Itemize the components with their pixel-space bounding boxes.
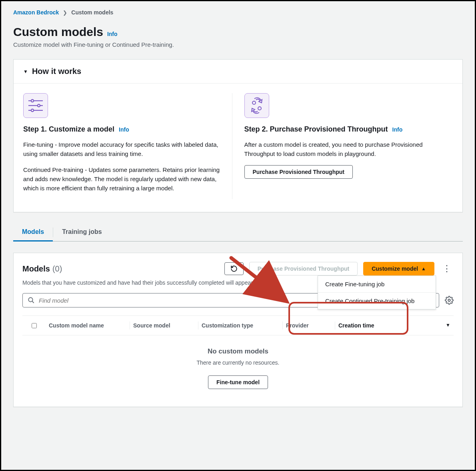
gears-cycle-icon bbox=[244, 93, 269, 118]
fine-tune-model-button[interactable]: Fine-tune model bbox=[208, 375, 268, 389]
page-info-link[interactable]: Info bbox=[107, 31, 118, 37]
how-it-works-header[interactable]: ▼ How it works bbox=[14, 60, 462, 83]
create-fine-tuning-job-item[interactable]: Create Fine-tuning job bbox=[318, 276, 436, 292]
how-it-works-panel: ▼ How it works Step 1. Customize a model… bbox=[13, 59, 463, 212]
create-continued-pretraining-job-item[interactable]: Create Continued Pre-training job bbox=[318, 292, 436, 309]
svg-point-13 bbox=[448, 299, 450, 302]
step-2-info-link[interactable]: Info bbox=[392, 126, 403, 133]
col-customization-type[interactable]: Customization type bbox=[198, 322, 282, 329]
customize-model-button[interactable]: Customize model ▲ bbox=[363, 262, 434, 275]
table-empty-state: No custom models There are currently no … bbox=[22, 335, 454, 403]
svg-point-9 bbox=[252, 101, 256, 104]
chevron-right-icon: ❯ bbox=[63, 10, 67, 16]
svg-point-4 bbox=[38, 104, 40, 107]
refresh-button[interactable] bbox=[224, 262, 244, 275]
step-1-desc-2: Continued Pre-training - Updates some pa… bbox=[23, 165, 222, 193]
empty-subtitle: There are currently no resources. bbox=[22, 359, 454, 366]
models-panel: Models (0) Purchase Provisioned Throughp… bbox=[13, 253, 463, 407]
sliders-icon bbox=[23, 93, 48, 118]
more-actions-icon[interactable]: ⋮ bbox=[440, 264, 454, 273]
customize-model-dropdown: Create Fine-tuning job Create Continued … bbox=[318, 275, 436, 309]
empty-title: No custom models bbox=[22, 347, 454, 355]
step-2: Step 2. Purchase Provisioned Throughput … bbox=[232, 93, 453, 199]
gear-icon[interactable] bbox=[445, 296, 454, 305]
table-header-row: Custom model name Source model Customiza… bbox=[22, 315, 454, 335]
page-subtitle: Customize model with Fine-tuning or Cont… bbox=[13, 41, 463, 48]
col-source-model[interactable]: Source model bbox=[130, 322, 198, 329]
col-creation-time[interactable]: Creation time ▼ bbox=[335, 322, 454, 329]
step-1-info-link[interactable]: Info bbox=[119, 126, 129, 133]
svg-point-1 bbox=[31, 100, 34, 102]
how-it-works-title: How it works bbox=[32, 67, 81, 76]
tab-training-jobs[interactable]: Training jobs bbox=[53, 224, 111, 241]
step-1-desc-1: Fine-tuning - Improve model accuracy for… bbox=[23, 140, 222, 159]
col-custom-model-name[interactable]: Custom model name bbox=[46, 322, 130, 329]
breadcrumb-parent[interactable]: Amazon Bedrock bbox=[13, 9, 59, 16]
step-2-title: Step 2. Purchase Provisioned Throughput bbox=[244, 125, 388, 133]
sort-desc-icon: ▼ bbox=[446, 322, 450, 329]
models-count: (0) bbox=[52, 264, 62, 273]
svg-point-10 bbox=[258, 107, 261, 110]
breadcrumb-current: Custom models bbox=[71, 9, 113, 16]
caret-down-icon: ▼ bbox=[23, 69, 28, 74]
refresh-icon bbox=[230, 265, 238, 272]
step-1-title: Step 1. Customize a model bbox=[23, 125, 114, 133]
step-1: Step 1. Customize a model Info Fine-tuni… bbox=[23, 93, 232, 199]
breadcrumb: Amazon Bedrock ❯ Custom models bbox=[13, 9, 463, 16]
svg-point-11 bbox=[28, 298, 33, 302]
chevron-up-icon: ▲ bbox=[421, 266, 426, 271]
page-title: Custom models bbox=[13, 25, 103, 39]
step-2-desc: After a custom model is created, you nee… bbox=[244, 140, 444, 159]
select-all-checkbox[interactable] bbox=[32, 323, 37, 328]
purchase-throughput-button-disabled: Purchase Provisioned Throughput bbox=[249, 262, 358, 275]
tab-models[interactable]: Models bbox=[13, 224, 53, 241]
col-provider[interactable]: Provider bbox=[283, 322, 335, 329]
models-section-title: Models bbox=[22, 264, 50, 273]
purchase-throughput-button[interactable]: Purchase Provisioned Throughput bbox=[244, 165, 353, 179]
svg-line-12 bbox=[32, 301, 34, 303]
tabs: Models Training jobs bbox=[13, 224, 463, 241]
svg-point-7 bbox=[31, 109, 34, 112]
search-icon bbox=[28, 297, 35, 304]
